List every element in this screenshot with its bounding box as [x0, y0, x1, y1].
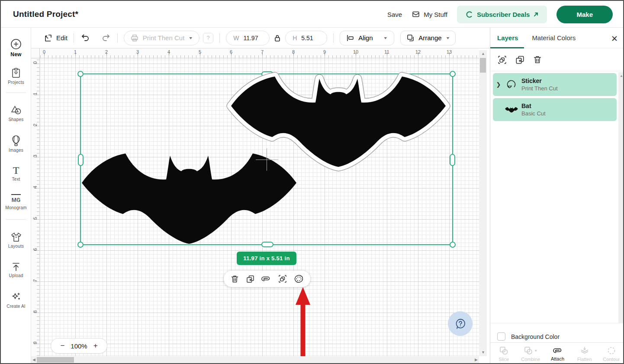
combine-button[interactable]: ▼ Combine: [517, 343, 544, 364]
height-field[interactable]: H5.51: [285, 31, 327, 45]
operation-select[interactable]: Print Then Cut ▼: [124, 31, 199, 45]
sparkle-icon: [1, 291, 31, 303]
sidebar-item-new[interactable]: New: [1, 38, 31, 57]
bat-shape[interactable]: [81, 152, 297, 245]
selection-toolbar: [224, 271, 310, 287]
help-bubble-icon: [454, 317, 467, 330]
layers-panel: Layers Material Colors ✕ ❯: [490, 28, 624, 364]
active-tab-underline: [490, 47, 524, 48]
zoom-level: 100%: [71, 342, 87, 350]
handle-top-left[interactable]: [77, 71, 84, 77]
close-icon[interactable]: ✕: [611, 34, 618, 44]
save-button[interactable]: Save: [387, 11, 402, 18]
ruler-v: 0123456789: [31, 58, 40, 360]
lock-icon[interactable]: [274, 34, 281, 42]
chevron-down-icon: ▼: [534, 349, 537, 353]
select-all-icon[interactable]: [278, 274, 287, 284]
canvas-horizontal-scrollbar[interactable]: ◀ ▶: [31, 356, 479, 364]
printer-icon: [130, 34, 139, 42]
chevron-down-icon: ▼: [383, 36, 388, 40]
sidebar-item-layouts[interactable]: Layouts: [1, 232, 31, 249]
left-sidebar: New Projects Shapes: [1, 28, 31, 364]
zoom-in-button[interactable]: +: [93, 342, 98, 350]
plus-circle-icon: [1, 38, 31, 50]
upload-icon: [1, 262, 31, 272]
background-color-checkbox[interactable]: [497, 332, 505, 341]
tab-material-colors[interactable]: Material Colors: [532, 34, 576, 42]
sidebar-item-monogram[interactable]: ᴍɢ Monogram: [1, 194, 31, 210]
scroll-left-icon[interactable]: ◀: [32, 358, 35, 362]
select-all-icon[interactable]: [497, 55, 507, 65]
duplicate-icon[interactable]: [246, 275, 255, 284]
sticker-icon: [504, 79, 519, 90]
panel-scrollbar[interactable]: ▲: [618, 72, 624, 323]
slice-icon: [499, 346, 508, 355]
width-field[interactable]: W11.97: [226, 31, 270, 45]
chevron-down-icon: ▼: [188, 36, 193, 40]
zoom-out-button[interactable]: −: [60, 342, 64, 350]
bat-icon: [504, 107, 519, 113]
cursor-crosshair: [256, 160, 278, 160]
make-button[interactable]: Make: [556, 6, 613, 23]
tab-layers[interactable]: Layers: [497, 34, 518, 42]
sidebar-item-create-ai[interactable]: Create AI: [1, 291, 31, 309]
canvas-vertical-scrollbar[interactable]: ▲ ▼: [479, 50, 487, 356]
scroll-up-icon[interactable]: ▲: [481, 52, 485, 56]
align-dropdown[interactable]: Align ▼: [340, 31, 394, 45]
help-button[interactable]: [448, 311, 473, 336]
sidebar-item-upload[interactable]: Upload: [1, 262, 31, 278]
monogram-icon: ᴍɢ: [11, 194, 20, 204]
edit-pen-icon: [44, 34, 53, 42]
design-canvas[interactable]: 012345678910111213 0123456789 11.97 in x…: [31, 48, 490, 364]
cricut-logo-icon: [466, 11, 473, 18]
external-arrow-icon: [534, 12, 538, 17]
zoom-control: − 100% +: [51, 338, 107, 354]
redo-icon[interactable]: [101, 33, 111, 43]
layer-row-sticker[interactable]: ❯ Sticker Print Then Cut: [493, 73, 617, 96]
header: Untitled Project* Save My Stuff Subscrib…: [1, 1, 623, 28]
shapes-icon: [1, 105, 31, 116]
slice-button[interactable]: Slice: [490, 343, 517, 364]
ruler-h: 012345678910111213: [40, 48, 479, 58]
panel-tabs: Layers Material Colors ✕: [490, 28, 624, 48]
handle-bottom-right[interactable]: [450, 242, 456, 248]
balloon-icon: [1, 135, 31, 147]
scroll-right-icon[interactable]: ▶: [475, 358, 478, 362]
duplicate-icon[interactable]: [515, 55, 525, 65]
project-title[interactable]: Untitled Project*: [13, 10, 78, 19]
scrollbar-thumb[interactable]: [480, 58, 486, 73]
trash-icon[interactable]: [230, 275, 239, 284]
sidebar-item-images[interactable]: Images: [1, 135, 31, 153]
my-stuff-icon: [412, 10, 420, 19]
sidebar-item-projects[interactable]: Projects: [1, 67, 31, 85]
trash-icon[interactable]: [533, 55, 542, 64]
expand-chevron-icon[interactable]: ❯: [493, 81, 504, 88]
scrollbar-thumb[interactable]: [37, 357, 74, 363]
ruler-corner: [31, 48, 40, 58]
layer-row-bat[interactable]: ❯ Bat Basic Cut: [493, 98, 617, 121]
scroll-down-icon[interactable]: ▼: [481, 351, 485, 354]
sticker-icon[interactable]: [294, 274, 304, 284]
chevron-down-icon: ▼: [446, 36, 450, 40]
layer-name: Bat: [521, 102, 546, 109]
subscriber-deals-button[interactable]: Subscriber Deals: [457, 6, 547, 23]
my-stuff-button[interactable]: My Stuff: [412, 10, 447, 19]
edit-button[interactable]: Edit: [44, 34, 68, 42]
layer-operation: Print Then Cut: [521, 85, 558, 92]
dimension-badge: 11.97 in x 5.51 in: [237, 252, 296, 265]
layer-name: Sticker: [521, 77, 558, 84]
tshirt-icon: [1, 232, 31, 243]
flatten-icon: [580, 346, 589, 355]
operation-help-button[interactable]: ?: [203, 33, 213, 43]
attach-button[interactable]: Attach: [544, 343, 571, 364]
sidebar-item-shapes[interactable]: Shapes: [1, 105, 31, 122]
flatten-button[interactable]: Flatten: [571, 343, 598, 364]
scroll-up-icon[interactable]: ▲: [620, 74, 623, 78]
arrange-icon: [407, 34, 415, 42]
contour-button[interactable]: Contour: [598, 343, 624, 364]
sidebar-divider: [6, 93, 26, 93]
arrange-dropdown[interactable]: Arrange ▼: [400, 31, 456, 45]
undo-icon[interactable]: [80, 33, 90, 43]
attach-icon[interactable]: [261, 275, 271, 283]
sidebar-item-text[interactable]: T Text: [1, 165, 31, 182]
